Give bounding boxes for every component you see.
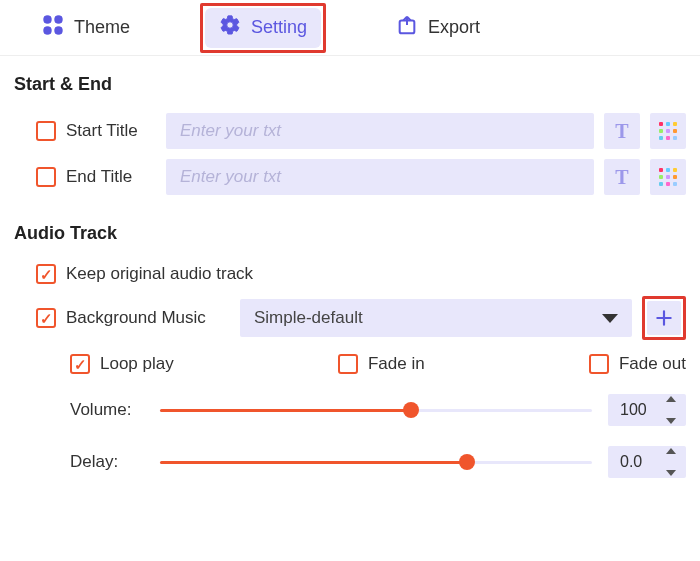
slider-fill bbox=[160, 461, 467, 464]
volume-slider[interactable] bbox=[160, 400, 592, 420]
end-title-text-style-button[interactable]: T bbox=[604, 159, 640, 195]
start-title-text-style-button[interactable]: T bbox=[604, 113, 640, 149]
slider-thumb[interactable] bbox=[459, 454, 475, 470]
background-music-row: Background Music Simple-default bbox=[36, 296, 686, 340]
tab-export[interactable]: Export bbox=[382, 8, 494, 48]
volume-value: 100 bbox=[620, 401, 647, 419]
plus-icon bbox=[654, 308, 674, 328]
volume-step-down[interactable] bbox=[666, 418, 676, 424]
chevron-down-icon bbox=[602, 314, 618, 323]
end-title-color-button[interactable] bbox=[650, 159, 686, 195]
section-start-end-title: Start & End bbox=[0, 56, 700, 103]
audio-group: Keep original audio track Background Mus… bbox=[0, 264, 700, 478]
tab-setting[interactable]: Setting bbox=[205, 8, 321, 48]
background-music-label: Background Music bbox=[66, 308, 230, 328]
fade-out-item: Fade out bbox=[589, 354, 686, 374]
add-music-highlight bbox=[642, 296, 686, 340]
section-audio-title: Audio Track bbox=[0, 205, 700, 252]
delay-row: Delay: 0.0 bbox=[70, 446, 686, 478]
start-title-color-button[interactable] bbox=[650, 113, 686, 149]
delay-step-up[interactable] bbox=[666, 448, 676, 454]
volume-row: Volume: 100 bbox=[70, 394, 686, 426]
end-title-input[interactable] bbox=[166, 159, 594, 195]
keep-original-checkbox[interactable] bbox=[36, 264, 56, 284]
volume-step-up[interactable] bbox=[666, 396, 676, 402]
delay-value: 0.0 bbox=[620, 453, 642, 471]
tab-theme[interactable]: Theme bbox=[28, 8, 144, 48]
color-grid-icon bbox=[659, 122, 677, 140]
keep-original-row: Keep original audio track bbox=[36, 264, 686, 284]
volume-spinner[interactable]: 100 bbox=[608, 394, 686, 426]
svg-rect-1 bbox=[55, 16, 62, 23]
delay-slider[interactable] bbox=[160, 452, 592, 472]
background-music-selected: Simple-default bbox=[254, 308, 363, 328]
fade-in-label: Fade in bbox=[368, 354, 425, 374]
text-icon: T bbox=[615, 120, 628, 143]
loop-play-checkbox[interactable] bbox=[70, 354, 90, 374]
background-music-dropdown[interactable]: Simple-default bbox=[240, 299, 632, 337]
fade-in-item: Fade in bbox=[338, 354, 425, 374]
add-music-button[interactable] bbox=[647, 301, 681, 335]
end-title-label: End Title bbox=[66, 167, 156, 187]
loop-play-item: Loop play bbox=[70, 354, 174, 374]
play-options-row: Loop play Fade in Fade out bbox=[70, 354, 686, 374]
keep-original-label: Keep original audio track bbox=[66, 264, 253, 284]
start-end-group: Start Title T End Title T bbox=[0, 113, 700, 195]
start-title-input[interactable] bbox=[166, 113, 594, 149]
volume-label: Volume: bbox=[70, 400, 144, 420]
export-icon bbox=[396, 14, 418, 41]
fade-out-checkbox[interactable] bbox=[589, 354, 609, 374]
background-music-checkbox[interactable] bbox=[36, 308, 56, 328]
delay-label: Delay: bbox=[70, 452, 144, 472]
svg-rect-3 bbox=[55, 27, 62, 34]
delay-spinner[interactable]: 0.0 bbox=[608, 446, 686, 478]
fade-out-label: Fade out bbox=[619, 354, 686, 374]
audio-subgroup: Loop play Fade in Fade out Volume: 100 bbox=[36, 354, 686, 478]
loop-play-label: Loop play bbox=[100, 354, 174, 374]
theme-icon bbox=[42, 14, 64, 41]
tab-export-label: Export bbox=[428, 17, 480, 38]
end-title-row: End Title T bbox=[36, 159, 686, 195]
slider-thumb[interactable] bbox=[403, 402, 419, 418]
start-title-checkbox[interactable] bbox=[36, 121, 56, 141]
color-grid-icon bbox=[659, 168, 677, 186]
fade-in-checkbox[interactable] bbox=[338, 354, 358, 374]
tab-setting-label: Setting bbox=[251, 17, 307, 38]
slider-fill bbox=[160, 409, 411, 412]
tab-bar: Theme Setting Export bbox=[0, 0, 700, 56]
text-icon: T bbox=[615, 166, 628, 189]
start-title-row: Start Title T bbox=[36, 113, 686, 149]
setting-tab-highlight: Setting bbox=[200, 3, 326, 53]
gear-icon bbox=[219, 14, 241, 41]
delay-step-down[interactable] bbox=[666, 470, 676, 476]
svg-rect-0 bbox=[44, 16, 51, 23]
svg-rect-2 bbox=[44, 27, 51, 34]
tab-theme-label: Theme bbox=[74, 17, 130, 38]
start-title-label: Start Title bbox=[66, 121, 156, 141]
end-title-checkbox[interactable] bbox=[36, 167, 56, 187]
